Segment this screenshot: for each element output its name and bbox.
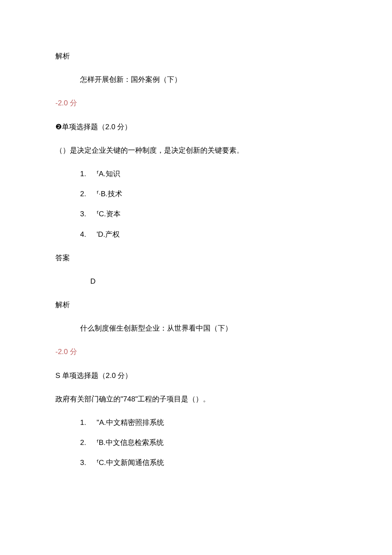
question-stem: 政府有关部门确立的"748"工程的子项目是（）。 — [55, 393, 337, 405]
score-text: -2.0 分 — [55, 346, 337, 357]
analysis-label: 解析 — [55, 50, 337, 62]
option-item: 2. ᶠB.中文信息检索系统 — [55, 437, 337, 448]
option-text: 'D.产权 — [97, 230, 120, 238]
option-item: 3. ᶠC.资本 — [55, 208, 337, 220]
option-item: 4. 'D.产权 — [55, 229, 337, 240]
option-text: ᶠC.资本 — [97, 210, 121, 218]
option-text: "A.中文精密照排系统 — [97, 418, 164, 427]
option-number: 1. — [80, 168, 95, 180]
option-number: 2. — [80, 437, 95, 448]
option-text: ᶠC.中文新闻通信系统 — [97, 459, 164, 467]
option-text: ᶠA.知识 — [97, 170, 120, 178]
answer-label: 答案 — [55, 252, 337, 264]
question-heading: S 单项选择题（2.0 分） — [55, 370, 337, 381]
option-number: 3. — [80, 457, 95, 468]
analysis-text: 什么制度催生创新型企业：从世界看中国（下） — [55, 323, 337, 334]
option-number: 1. — [80, 417, 95, 428]
score-text: -2.0 分 — [55, 97, 337, 109]
option-number: 2. — [80, 188, 95, 200]
option-number: 3. — [80, 208, 95, 220]
options-list: 1. "A.中文精密照排系统 2. ᶠB.中文信息检索系统 3. ᶠC.中文新闻… — [55, 417, 337, 469]
answer-value: D — [55, 276, 337, 287]
option-item: 2. ᶠ·B.技术 — [55, 188, 337, 200]
option-item: 3. ᶠC.中文新闻通信系统 — [55, 457, 337, 468]
option-item: 1. "A.中文精密照排系统 — [55, 417, 337, 428]
option-item: 1. ᶠA.知识 — [55, 168, 337, 180]
question-stem: （）是决定企业关键的一种制度，是决定创新的关键要素。 — [55, 145, 337, 156]
analysis-text: 怎样开展创新：国外案例（下） — [55, 74, 337, 85]
question-heading: ❷单项选择题（2.0 分） — [55, 121, 337, 133]
option-text: ᶠB.中文信息检索系统 — [97, 439, 164, 447]
option-text: ᶠ·B.技术 — [97, 190, 122, 198]
option-number: 4. — [80, 229, 95, 240]
analysis-label: 解析 — [55, 299, 337, 311]
options-list: 1. ᶠA.知识 2. ᶠ·B.技术 3. ᶠC.资本 4. 'D.产权 — [55, 168, 337, 240]
document-page: 解析 怎样开展创新：国外案例（下） -2.0 分 ❷单项选择题（2.0 分） （… — [0, 0, 392, 555]
